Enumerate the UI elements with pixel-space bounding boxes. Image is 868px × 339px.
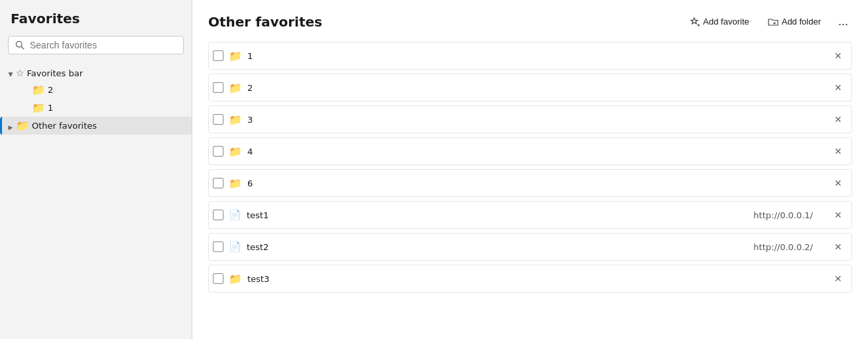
fav-checkbox[interactable]: [213, 210, 223, 220]
folder-icon: 📁: [229, 177, 242, 190]
fav-close-button[interactable]: ✕: [832, 272, 845, 285]
table-row: 📁 2 ✕: [208, 74, 852, 102]
sidebar: Favorites ☆ Favorites bar 📁 2 📁 1: [0, 0, 192, 339]
main-content: Other favorites Add favorite Add folder …: [192, 0, 868, 339]
sidebar-item-folder-1[interactable]: 📁 1: [0, 99, 192, 117]
table-row: 📄 test2 http://0.0.0.2/ ✕: [208, 233, 852, 261]
table-row: 📁 1 ✕: [208, 42, 852, 70]
folder-icon: 📁: [32, 102, 45, 114]
fav-name: test3: [247, 274, 808, 284]
svg-line-1: [21, 46, 24, 49]
sidebar-item-favorites-bar[interactable]: ☆ Favorites bar: [0, 65, 192, 81]
fav-name: test1: [247, 210, 748, 220]
fav-checkbox[interactable]: [213, 178, 223, 188]
sidebar-item-label: Other favorites: [32, 121, 97, 131]
fav-name: 4: [247, 147, 808, 157]
folder-icon: 📁: [229, 273, 242, 285]
fav-close-button[interactable]: ✕: [832, 240, 845, 253]
fav-close-button[interactable]: ✕: [832, 81, 845, 94]
fav-checkbox[interactable]: [213, 273, 223, 284]
fav-checkbox[interactable]: [213, 82, 223, 93]
page-icon: 📄: [229, 241, 241, 253]
fav-checkbox[interactable]: [213, 50, 223, 61]
sidebar-item-folder-2[interactable]: 📁 2: [0, 81, 192, 99]
page-icon: 📄: [229, 209, 241, 221]
fav-url: http://0.0.0.1/: [753, 210, 813, 220]
folder-icon: 📁: [32, 84, 45, 96]
fav-url: http://0.0.0.2/: [753, 242, 813, 252]
folder-icon: 📁: [229, 50, 242, 62]
add-folder-label: Add folder: [782, 17, 821, 27]
add-favorite-icon: [689, 17, 700, 27]
table-row: 📁 test3 ✕: [208, 265, 852, 293]
table-row: 📄 test1 http://0.0.0.1/ ✕: [208, 201, 852, 229]
fav-close-button[interactable]: ✕: [832, 208, 845, 222]
add-folder-button[interactable]: Add folder: [763, 14, 826, 30]
folder-icon: 📁: [229, 82, 242, 94]
fav-close-button[interactable]: ✕: [832, 49, 845, 62]
expand-arrow[interactable]: [5, 121, 16, 131]
collapse-arrow[interactable]: [5, 68, 16, 78]
add-favorite-label: Add favorite: [703, 17, 749, 27]
search-box: [8, 36, 184, 54]
fav-name: 6: [247, 178, 808, 188]
fav-close-button[interactable]: ✕: [832, 176, 845, 190]
fav-name: 3: [247, 115, 808, 125]
fav-name: 2: [247, 83, 808, 93]
sidebar-item-other-favorites[interactable]: 📁 Other favorites: [0, 117, 192, 135]
add-favorite-button[interactable]: Add favorite: [684, 14, 754, 30]
add-folder-icon: [768, 17, 778, 27]
table-row: 📁 6 ✕: [208, 169, 852, 197]
search-input[interactable]: [30, 40, 176, 50]
folder-icon: 📁: [16, 119, 29, 132]
fav-checkbox[interactable]: [213, 146, 223, 157]
fav-name: 1: [247, 51, 808, 61]
folder-icon: 📁: [229, 145, 242, 158]
table-row: 📁 4 ✕: [208, 137, 852, 165]
sidebar-tree: ☆ Favorites bar 📁 2 📁 1 📁 Other favorite…: [0, 62, 192, 137]
sidebar-item-label: 2: [48, 85, 53, 95]
search-icon: [15, 40, 25, 50]
favorites-list: 📁 1 ✕ 📁 2 ✕ 📁 3 ✕ 📁 4 ✕ 📁 6 ✕ 📄 test1 ht…: [208, 42, 852, 297]
sidebar-item-label: Favorites bar: [27, 68, 83, 78]
main-title: Other favorites: [208, 14, 322, 30]
header-actions: Add favorite Add folder ...: [684, 13, 852, 30]
sidebar-title: Favorites: [0, 11, 192, 36]
star-icon: ☆: [16, 68, 25, 78]
main-header: Other favorites Add favorite Add folder …: [208, 13, 852, 30]
fav-checkbox[interactable]: [213, 241, 223, 252]
fav-name: test2: [247, 242, 748, 252]
fav-close-button[interactable]: ✕: [832, 113, 845, 126]
fav-close-button[interactable]: ✕: [832, 145, 845, 158]
sidebar-item-label: 1: [48, 103, 53, 113]
more-options-button[interactable]: ...: [834, 13, 852, 30]
fav-checkbox[interactable]: [213, 114, 223, 125]
folder-icon: 📁: [229, 113, 242, 126]
table-row: 📁 3 ✕: [208, 105, 852, 133]
